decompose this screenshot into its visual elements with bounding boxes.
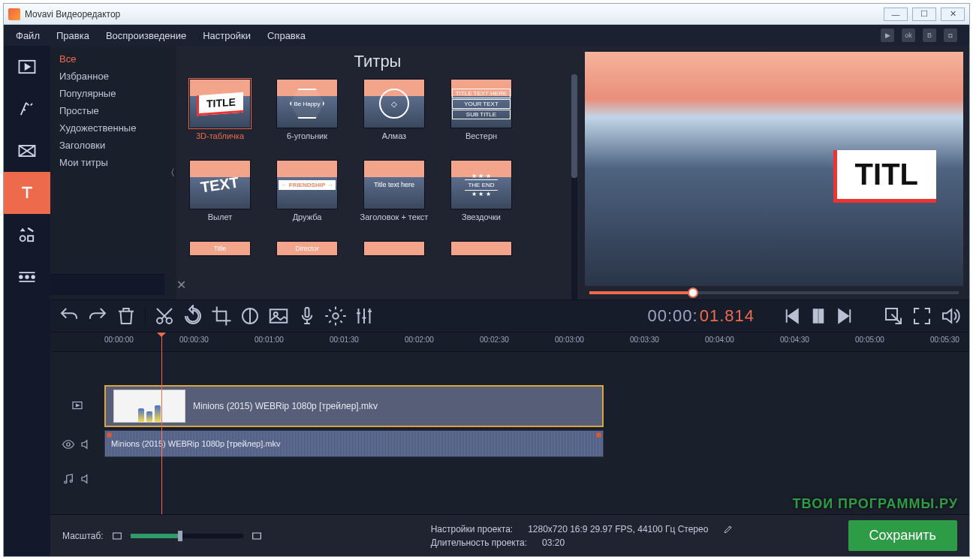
- title-item-friendship[interactable]: ← FRIENDSHIP → Дружба: [273, 160, 342, 232]
- video-clip-label: Minions (2015) WEBRip 1080p [трейлер].mk…: [193, 401, 378, 411]
- title-item-peek[interactable]: Title: [185, 241, 255, 256]
- transitions-tool[interactable]: [4, 130, 50, 172]
- rotate-button[interactable]: [182, 305, 204, 327]
- seek-bar[interactable]: [585, 286, 963, 300]
- zoom-out-icon[interactable]: [111, 530, 123, 542]
- category-panel: Все Избранное Популярные Простые Художес…: [50, 46, 164, 300]
- title-item-stars[interactable]: ★ ★ ★THE END★ ★ ★ Звездочки: [447, 160, 516, 232]
- maximize-button[interactable]: ☐: [912, 8, 936, 21]
- title-item-peek[interactable]: [360, 241, 429, 256]
- media-tool[interactable]: [4, 46, 50, 88]
- image-button[interactable]: [267, 305, 290, 327]
- titles-tool[interactable]: [4, 172, 50, 214]
- cat-artistic[interactable]: Художественные: [50, 119, 164, 137]
- cat-popular[interactable]: Популярные: [50, 85, 164, 102]
- detach-button[interactable]: [882, 305, 905, 327]
- title-item-hexagon[interactable]: Be Happy 6-угольник: [273, 79, 342, 151]
- title-item-flyin[interactable]: TEXT Вылет: [185, 160, 255, 232]
- title-item-diamond[interactable]: ◇ Алмаз: [360, 79, 429, 151]
- menu-edit[interactable]: Правка: [56, 30, 89, 41]
- menu-file[interactable]: Файл: [16, 30, 40, 41]
- redo-button[interactable]: [86, 305, 109, 327]
- speaker-icon[interactable]: [80, 438, 93, 451]
- cat-my[interactable]: Мои титры: [50, 154, 164, 171]
- playhead[interactable]: [161, 333, 162, 514]
- video-track-row: Minions (2015) WEBRip 1080p [трейлер].mk…: [50, 382, 969, 429]
- menu-playback[interactable]: Воспроизведение: [106, 30, 186, 41]
- svg-point-6: [32, 275, 35, 278]
- gallery-scrollbar[interactable]: [571, 74, 577, 300]
- zoom-in-icon[interactable]: [251, 530, 263, 542]
- svg-rect-23: [252, 533, 261, 539]
- filters-tool[interactable]: [4, 88, 50, 130]
- audio-track-row: Minions (2015) WEBRip 1080p [трейлер].mk…: [50, 429, 969, 460]
- audio-clip[interactable]: Minions (2015) WEBRip 1080p [трейлер].mk…: [104, 430, 604, 457]
- youtube-icon[interactable]: ▶: [881, 29, 894, 42]
- window-title: Movavi Видеоредактор: [25, 9, 120, 20]
- volume-button[interactable]: [939, 305, 962, 327]
- zoom-slider[interactable]: [131, 534, 243, 538]
- audio-clip-label: Minions (2015) WEBRip 1080p [трейлер].mk…: [111, 439, 280, 448]
- titles-gallery: Титры TITLE 3D-табличка Be Happy 6-уголь…: [176, 46, 579, 300]
- menu-settings[interactable]: Настройки: [203, 30, 251, 41]
- site-watermark: ТВОИ ПРОГРАММЫ.РУ: [793, 496, 958, 512]
- svg-point-2: [20, 236, 26, 241]
- time-ruler[interactable]: 00:00:00 00:00:30 00:01:00 00:01:30 00:0…: [50, 333, 969, 352]
- delete-button[interactable]: [115, 305, 137, 327]
- tool-sidebar: [4, 46, 50, 556]
- more-tool[interactable]: [4, 256, 50, 298]
- cut-button[interactable]: [153, 305, 176, 327]
- title-item-western[interactable]: TITLE TEXT HEREYOUR TEXTSUB TITLE Вестер…: [447, 79, 516, 151]
- svg-point-14: [333, 313, 339, 319]
- visibility-icon[interactable]: [71, 399, 84, 412]
- save-button[interactable]: Сохранить: [848, 520, 957, 551]
- camera-icon[interactable]: ◘: [944, 29, 957, 42]
- crop-button[interactable]: [210, 305, 233, 327]
- status-bar: Масштаб: Настройки проекта: 1280x720 16:…: [50, 514, 969, 556]
- edit-settings-icon[interactable]: [723, 524, 734, 534]
- cat-all[interactable]: Все: [50, 50, 164, 68]
- vk-icon[interactable]: B: [923, 29, 936, 42]
- minimize-button[interactable]: —: [884, 8, 908, 21]
- prev-frame-button[interactable]: [780, 305, 803, 327]
- app-window: Movavi Видеоредактор — ☐ ✕ Файл Правка В…: [3, 3, 970, 557]
- svg-rect-13: [306, 308, 309, 318]
- properties-button[interactable]: [324, 305, 347, 327]
- preview-viewer[interactable]: TITL: [585, 52, 963, 286]
- timeline: 00:00:00 00:00:30 00:01:00 00:01:30 00:0…: [50, 333, 969, 514]
- title-item-3d-plate[interactable]: TITLE 3D-табличка: [185, 79, 255, 151]
- color-button[interactable]: [239, 305, 261, 327]
- svg-rect-16: [819, 309, 823, 323]
- video-clip[interactable]: Minions (2015) WEBRip 1080p [трейлер].mk…: [104, 385, 604, 427]
- music-note-icon[interactable]: [62, 472, 75, 486]
- cat-simple[interactable]: Простые: [50, 102, 164, 119]
- equalizer-button[interactable]: [353, 305, 375, 327]
- close-button[interactable]: ✕: [941, 8, 965, 21]
- menu-help[interactable]: Справка: [267, 30, 306, 41]
- undo-button[interactable]: [58, 305, 80, 327]
- stickers-tool[interactable]: [4, 214, 50, 256]
- collapse-categories-button[interactable]: 〈: [164, 46, 176, 300]
- seek-knob[interactable]: [688, 288, 698, 298]
- odnoklassniki-icon[interactable]: ok: [902, 29, 915, 42]
- title-item-title-text[interactable]: Title text here Заголовок + текст: [360, 160, 429, 232]
- mic-button[interactable]: [296, 305, 318, 327]
- music-track-row: [50, 460, 969, 498]
- svg-point-19: [67, 443, 71, 447]
- next-frame-button[interactable]: [834, 305, 857, 327]
- svg-rect-15: [814, 309, 818, 323]
- search-input[interactable]: [55, 278, 173, 292]
- title-item-peek[interactable]: [447, 241, 516, 256]
- eye-icon[interactable]: [62, 438, 75, 451]
- title-item-peek[interactable]: Director: [273, 241, 342, 256]
- timecode-display: 00:00:01.814: [648, 306, 755, 326]
- fullscreen-button[interactable]: [911, 305, 933, 327]
- svg-rect-22: [113, 533, 121, 539]
- svg-rect-11: [270, 309, 288, 323]
- preview-panel: TITL: [579, 46, 969, 300]
- cat-headings[interactable]: Заголовки: [50, 137, 164, 154]
- pause-button[interactable]: [807, 305, 830, 327]
- gallery-heading: Титры: [176, 46, 579, 74]
- cat-fav[interactable]: Избранное: [50, 68, 164, 85]
- speaker-icon[interactable]: [80, 472, 93, 486]
